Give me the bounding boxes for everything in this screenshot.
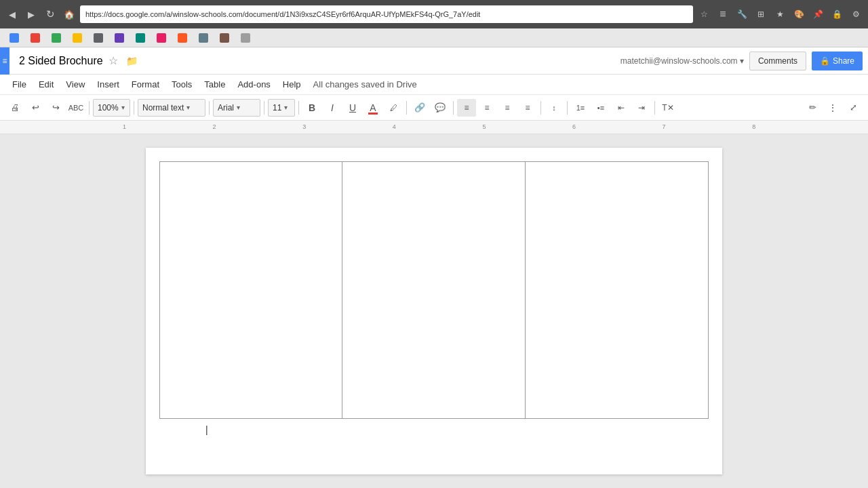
doc-page: | — [146, 148, 722, 474]
menu-help[interactable]: Help — [277, 77, 307, 92]
back-button[interactable]: ◀ — [4, 6, 20, 22]
bookmark-10[interactable] — [195, 30, 214, 45]
bookmark-11[interactable] — [216, 30, 235, 45]
table-cell-3[interactable] — [525, 162, 708, 419]
menu-format[interactable]: Format — [126, 77, 165, 92]
toolbar-sep-6 — [406, 101, 407, 115]
address-bar[interactable]: https://docs.google.com/a/winslow-school… — [80, 5, 693, 23]
link-button[interactable]: 🔗 — [410, 99, 429, 117]
undo-button[interactable]: ↩ — [26, 99, 45, 117]
bookmark-6[interactable] — [111, 30, 130, 45]
share-button[interactable]: 🔒 Share — [812, 52, 863, 70]
bookmark-7[interactable] — [132, 30, 151, 45]
table-cell-2[interactable] — [342, 162, 525, 419]
ruler-mark-7: 7 — [663, 123, 666, 130]
comment-button[interactable]: 💬 — [431, 99, 450, 117]
numbered-list-button[interactable]: 1≡ — [571, 99, 590, 117]
menu-table[interactable]: Table — [199, 77, 231, 92]
text-color-button[interactable]: A — [363, 99, 382, 117]
browser-menu-btn[interactable]: ≡ — [715, 6, 731, 22]
ruler-mark-3: 3 — [302, 123, 306, 130]
menu-insert[interactable]: Insert — [92, 77, 125, 92]
color-indicator — [368, 113, 378, 115]
forward-button[interactable]: ▶ — [23, 6, 39, 22]
browser-action-3[interactable]: 🎨 — [791, 6, 807, 22]
bulleted-list-button[interactable]: •≡ — [591, 99, 610, 117]
star-icon[interactable]: ☆ — [108, 54, 118, 67]
align-right-button[interactable]: ≡ — [498, 99, 517, 117]
menu-bar: File Edit View Insert Format Tools Table… — [0, 75, 868, 95]
bookmark-8[interactable] — [153, 30, 172, 45]
spellcheck-button[interactable]: ABC — [66, 99, 85, 117]
comments-label: Comments — [758, 56, 797, 66]
text-cursor-indicator: | — [205, 424, 208, 435]
bookmark-1[interactable] — [5, 30, 25, 45]
user-email[interactable]: matetchii@winslow-schools.com ▾ — [620, 56, 744, 66]
menu-tools[interactable]: Tools — [166, 77, 197, 92]
toolbar-sep-8 — [540, 101, 541, 115]
ruler-inner: 1 2 3 4 5 6 7 8 — [88, 121, 780, 134]
justify-button[interactable]: ≡ — [518, 99, 537, 117]
italic-button[interactable]: I — [323, 99, 342, 117]
bookmark-12[interactable] — [237, 30, 256, 45]
browser-nav-bar: ◀ ▶ ↻ 🏠 https://docs.google.com/a/winslo… — [0, 0, 868, 28]
nav-sidebar[interactable]: ≡ — [0, 47, 9, 75]
bookmark-5[interactable] — [90, 30, 109, 45]
extensions-btn[interactable]: 🔧 — [734, 6, 750, 22]
bold-button[interactable]: B — [302, 99, 321, 117]
underline-button[interactable]: U — [343, 99, 362, 117]
align-center-button[interactable]: ≡ — [477, 99, 496, 117]
ruler-mark-8: 8 — [752, 123, 755, 130]
expand-button[interactable]: ⤢ — [844, 99, 863, 117]
toolbar-sep-7 — [453, 101, 454, 115]
bookmark-star[interactable]: ☆ — [696, 6, 712, 22]
toolbar-sep-2 — [134, 101, 134, 115]
toolbar-sep-4 — [264, 101, 264, 115]
more-options-button[interactable]: ⋮ — [823, 99, 842, 117]
url-text: https://docs.google.com/a/winslow-school… — [85, 10, 688, 18]
style-dropdown[interactable]: Normal text ▾ — [138, 99, 205, 117]
edit-mode-button[interactable]: ✏ — [803, 99, 822, 117]
font-dropdown[interactable]: Arial ▾ — [213, 99, 260, 117]
comments-button[interactable]: Comments — [749, 52, 806, 70]
highlight-button[interactable]: 🖊 — [384, 99, 403, 117]
line-spacing-button[interactable]: ↕ — [545, 99, 564, 117]
zoom-value: 100% — [98, 103, 119, 113]
bookmark-2[interactable] — [26, 30, 46, 45]
increase-indent-button[interactable]: ⇥ — [632, 99, 651, 117]
home-button[interactable]: 🏠 — [61, 6, 77, 22]
table-cell-1[interactable] — [160, 162, 342, 419]
menu-edit[interactable]: Edit — [33, 77, 59, 92]
decrease-indent-button[interactable]: ⇤ — [612, 99, 631, 117]
browser-action-4[interactable]: 📌 — [810, 6, 826, 22]
toolbar-sep-3 — [209, 101, 210, 115]
size-arrow: ▾ — [284, 104, 288, 111]
refresh-button[interactable]: ↻ — [42, 6, 58, 22]
toolbar-sep-10 — [654, 101, 655, 115]
browser-action-2[interactable]: ★ — [772, 6, 788, 22]
ruler-mark-6: 6 — [572, 123, 576, 130]
below-table[interactable]: | — [159, 419, 709, 432]
clear-formatting-button[interactable]: T✕ — [658, 99, 677, 117]
toolbar-sep-5 — [298, 101, 299, 115]
menu-file[interactable]: File — [7, 77, 32, 92]
browser-action-5[interactable]: 🔒 — [829, 6, 845, 22]
bookmark-9[interactable] — [174, 30, 193, 45]
ruler-mark-5: 5 — [482, 123, 486, 130]
browser-action-1[interactable]: ⊞ — [753, 6, 769, 22]
docs-header-right: matetchii@winslow-schools.com ▾ Comments… — [620, 52, 863, 70]
menu-view[interactable]: View — [60, 77, 90, 92]
bookmark-3[interactable] — [47, 30, 67, 45]
docs-header: ≡ 2 Sided Brochure ☆ 📁 matetchii@winslow… — [0, 47, 868, 75]
zoom-dropdown[interactable]: 100% ▾ — [93, 99, 130, 117]
menu-addons[interactable]: Add-ons — [232, 77, 275, 92]
align-left-button[interactable]: ≡ — [457, 99, 476, 117]
print-button[interactable]: 🖨 — [5, 99, 24, 117]
redo-button[interactable]: ↪ — [46, 99, 65, 117]
bookmark-4[interactable] — [68, 30, 88, 45]
font-size-dropdown[interactable]: 11 ▾ — [268, 99, 295, 117]
browser-action-6[interactable]: ⚙ — [848, 6, 864, 22]
docs-app: ≡ 2 Sided Brochure ☆ 📁 matetchii@winslow… — [0, 47, 868, 488]
folder-icon[interactable]: 📁 — [126, 56, 138, 66]
doc-area[interactable]: | — [0, 134, 868, 488]
